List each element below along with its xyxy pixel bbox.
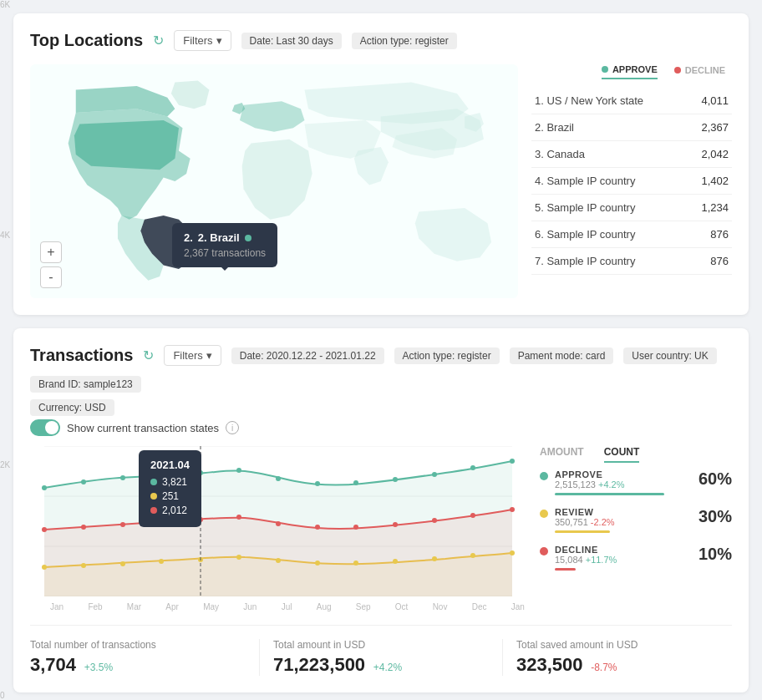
approve-label: APPROVE (612, 64, 658, 74)
svg-point-17 (42, 527, 47, 532)
review-label: REVIEW (555, 507, 692, 517)
svg-point-12 (353, 480, 358, 485)
trans-currency-filter: Currency: USD (30, 399, 114, 416)
decline-label: DECLINE (555, 545, 692, 555)
toggle-knob (45, 421, 58, 434)
trans-action-filter: Action type: register (394, 347, 500, 364)
approve-dot (540, 472, 548, 480)
list-item: 5. Sample IP country1,234 (531, 195, 732, 221)
x-label: Aug (317, 602, 332, 611)
trans-filters-button[interactable]: Filters ▾ (164, 345, 221, 366)
location-list: APPROVE DECLINE 1. US / New York state4,… (531, 64, 732, 298)
list-item: 3. Canada2,042 (531, 141, 732, 168)
svg-point-28 (470, 513, 475, 518)
transactions-title: Transactions (30, 346, 133, 365)
refresh-icon[interactable]: ↻ (153, 33, 164, 48)
location-list-tabs: APPROVE DECLINE (531, 64, 732, 79)
top-locations-title: Top Locations (30, 31, 143, 50)
y-axis-labels: 6K 4K 2K 0 (0, 0, 10, 700)
chart-container: 6K 4K 2K 0 (30, 446, 732, 611)
chart-with-yaxis: 6K 4K 2K 0 (30, 446, 526, 599)
legend-approve: APPROVE 2,515,123 +4.2% 60% (540, 469, 732, 495)
svg-point-23 (276, 521, 281, 526)
transactions-card: Transactions ↻ Filters ▾ Date: 2020.12.2… (13, 328, 749, 692)
svg-point-31 (81, 563, 86, 568)
map-area: 2. 2. Brazil 2,367 transactions + - (30, 64, 518, 298)
svg-point-6 (120, 475, 125, 480)
x-label: Nov (433, 602, 448, 611)
x-axis-labels: JanFebMarAprMayJunJulAugSepOctNovDecJan (30, 602, 526, 611)
svg-point-7 (159, 473, 164, 478)
svg-point-42 (510, 550, 515, 555)
y-4k: 4K (0, 231, 10, 240)
x-label: May (203, 602, 219, 611)
svg-point-15 (470, 465, 475, 470)
list-item: 4. Sample IP country1,402 (531, 168, 732, 195)
transaction-states-toggle[interactable] (30, 419, 60, 436)
action-type-filter-tag: Action type: register (352, 33, 457, 49)
review-dot (540, 510, 548, 518)
svg-point-25 (353, 525, 358, 530)
svg-point-37 (315, 561, 320, 566)
legend-container: APPROVE 2,515,123 +4.2% 60% REVIEW 350,7… (540, 469, 732, 571)
svg-point-5 (81, 479, 86, 484)
line-chart (30, 446, 526, 596)
approve-sub: 2,515,123 +4.2% (555, 479, 692, 489)
list-item: 6. Sample IP country876 (531, 221, 732, 248)
x-label: Jan (511, 602, 525, 611)
x-label: Sep (356, 602, 371, 611)
y-6k: 6K (0, 0, 10, 9)
list-item: 7. Sample IP country876 (531, 248, 732, 275)
stat-2: Total saved amount in USD 323,500 -8.7% (516, 639, 732, 676)
transactions-header: Transactions ↻ Filters ▾ Date: 2020.12.2… (30, 345, 732, 393)
decline-label: DECLINE (685, 65, 725, 75)
svg-point-41 (470, 553, 475, 558)
decline-dot (540, 547, 548, 555)
stat-0: Total number of transactions 3,704 +3.5% (30, 639, 246, 676)
decline-tab[interactable]: DECLINE (674, 64, 725, 79)
svg-point-19 (120, 522, 125, 527)
x-label: Oct (395, 602, 409, 611)
x-label: Jul (282, 602, 292, 611)
svg-point-27 (432, 518, 437, 523)
approve-pct: 60% (698, 469, 732, 489)
approve-tab[interactable]: APPROVE (602, 64, 658, 79)
chart-wrapper: 6K 4K 2K 0 (30, 446, 526, 611)
chevron-down-icon: ▾ (216, 34, 222, 47)
svg-point-30 (42, 565, 47, 570)
svg-point-36 (276, 558, 281, 563)
svg-point-38 (353, 561, 358, 566)
svg-point-4 (42, 485, 47, 490)
x-label: Dec (472, 602, 487, 611)
svg-point-16 (510, 459, 515, 464)
trans-country-filter: User country: UK (623, 347, 716, 364)
legend-review: REVIEW 350,751 -2.2% 30% (540, 507, 732, 533)
decline-pct: 10% (698, 545, 732, 564)
svg-point-9 (236, 468, 241, 473)
svg-point-32 (120, 561, 125, 566)
trans-date-filter: Date: 2020.12.22 - 2021.01.22 (231, 347, 384, 364)
review-pct: 30% (698, 507, 732, 526)
decline-dot (674, 67, 681, 74)
info-icon[interactable]: i (226, 421, 239, 434)
trans-refresh-icon[interactable]: ↻ (143, 347, 154, 363)
chart-right-panel: AMOUNT COUNT APPROVE 2,515,123 +4.2% 60%… (540, 446, 732, 611)
trans-brand-filter: Brand ID: sample123 (30, 376, 141, 393)
svg-point-40 (432, 556, 437, 561)
location-items-list: 1. US / New York state4,0112. Brazil2,36… (531, 88, 732, 275)
svg-point-22 (236, 515, 241, 520)
x-label: Apr (165, 602, 179, 611)
amount-tab[interactable]: AMOUNT (540, 446, 584, 463)
bottom-stats: Total number of transactions 3,704 +3.5%… (30, 625, 732, 676)
review-sub: 350,751 -2.2% (555, 517, 692, 527)
count-tab[interactable]: COUNT (604, 446, 640, 463)
trans-chevron-icon: ▾ (206, 349, 212, 362)
svg-point-26 (393, 522, 398, 527)
zoom-in-button[interactable]: + (40, 241, 62, 263)
approve-dot (602, 66, 608, 73)
legend-decline: DECLINE 15,084 +11.7% 10% (540, 545, 732, 571)
svg-point-35 (236, 555, 241, 560)
filters-button[interactable]: Filters ▾ (174, 30, 231, 51)
zoom-out-button[interactable]: - (40, 266, 62, 288)
svg-point-13 (393, 477, 398, 482)
